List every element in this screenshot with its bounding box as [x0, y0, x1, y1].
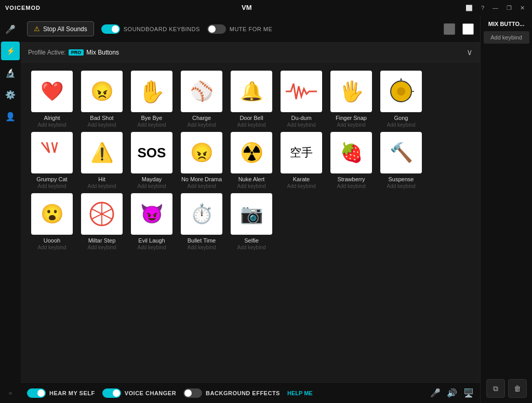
sound-card-finger-snap[interactable]: 🖐️ Finger Snap Add keybind — [328, 71, 374, 128]
sound-card-img-evil-laugh: 😈 — [131, 193, 172, 235]
sound-card-no-more-drama[interactable]: 😠 No More Drama Add keybind — [179, 132, 224, 189]
bg-effects-toggle[interactable] — [183, 388, 202, 398]
keybinds-toggle[interactable] — [101, 24, 120, 34]
sound-card-grumpy-cat[interactable]: Grumpy Cat Add keybind — [29, 132, 75, 189]
sound-card-miltar-step[interactable]: Miltar Step Add keybind — [79, 193, 125, 250]
mic-icon[interactable]: 🎤 — [430, 388, 441, 398]
sound-name-bad-shot: Bad Shot — [90, 115, 113, 121]
sound-card-img-strawberry: 🍓 — [330, 132, 372, 173]
sound-card-evil-laugh[interactable]: 😈 Evil Laugh Add keybind — [129, 193, 175, 250]
minimize-window-icon[interactable]: — — [490, 4, 500, 12]
hear-myself-label: HEAR MY SELF — [49, 390, 95, 396]
sound-card-du-dum[interactable]: Du-dum Add keybind — [278, 71, 324, 128]
sound-card-bad-shot[interactable]: 😠 Bad Shot Add keybind — [79, 71, 125, 128]
sound-name-door-bell: Door Bell — [240, 115, 263, 121]
sound-card-karate[interactable]: 空手 Karate Add keybind — [278, 132, 324, 189]
sound-keybind-bye-bye[interactable]: Add keybind — [137, 122, 166, 128]
sound-card-charge[interactable]: ⚾ Charge Add keybind — [179, 71, 224, 128]
sound-card-strawberry[interactable]: 🍓 Strawberry Add keybind — [328, 132, 374, 189]
sound-card-hit[interactable]: ⚠️ Hit Add keybind — [79, 132, 125, 189]
monitor-icon[interactable]: 🖥️ — [463, 388, 474, 398]
sound-keybind-evil-laugh[interactable]: Add keybind — [137, 245, 166, 250]
color-gray-button[interactable] — [444, 23, 455, 35]
sound-card-img-uoooh: 😮 — [31, 193, 73, 235]
sound-keybind-mayday[interactable]: Add keybind — [137, 183, 166, 189]
sound-keybind-du-dum[interactable]: Add keybind — [287, 122, 315, 128]
sidebar-item-settings[interactable]: ⚙️ — [1, 85, 20, 104]
sound-keybind-door-bell[interactable]: Add keybind — [237, 122, 265, 128]
sound-card-bye-bye[interactable]: ✋ Bye Bye Add keybind — [129, 71, 175, 128]
mute-toggle-group: MUTE FOR ME — [207, 24, 273, 34]
sound-card-door-bell[interactable]: 🔔 Door Bell Add keybind — [229, 71, 274, 128]
profile-name: Mix Buttons — [86, 49, 119, 56]
sidebar: 🎤 ⚡ 🔬 ⚙️ 👤 » — [0, 16, 21, 403]
sound-name-miltar-step: Miltar Step — [88, 237, 116, 244]
sound-keybind-grumpy-cat[interactable]: Add keybind — [37, 183, 66, 189]
help-button[interactable]: HELP ME — [287, 390, 313, 396]
sound-keybind-uoooh[interactable]: Add keybind — [37, 245, 66, 250]
sound-name-evil-laugh: Evil Laugh — [138, 237, 165, 244]
sound-keybind-suspense[interactable]: Add keybind — [387, 183, 415, 189]
sound-card-img-finger-snap: 🖐️ — [330, 71, 372, 112]
sound-keybind-finger-snap[interactable]: Add keybind — [337, 122, 365, 128]
copy-button[interactable]: ⧉ — [486, 379, 505, 398]
minimize-icon[interactable]: ⬜ — [463, 4, 475, 12]
help-icon[interactable]: ? — [479, 4, 486, 12]
sound-grid: ❤️ Alright Add keybind 😠 Bad Shot Add ke… — [29, 71, 472, 250]
sound-grid-container: ❤️ Alright Add keybind 😠 Bad Shot Add ke… — [21, 62, 480, 382]
bg-effects-label: BACKGROUND EFFECTS — [206, 390, 280, 396]
sound-name-gong: Gong — [394, 115, 408, 121]
sound-card-img-charge: ⚾ — [181, 71, 222, 112]
speaker-icon[interactable]: 🔊 — [447, 388, 457, 398]
sound-card-suspense[interactable]: 🔨 Suspense Add keybind — [378, 132, 424, 189]
sound-keybind-charge[interactable]: Add keybind — [187, 122, 216, 128]
right-panel-keybind-button[interactable]: Add keybind — [484, 31, 529, 44]
sidebar-item-effects[interactable]: 🔬 — [1, 63, 20, 82]
sound-name-strawberry: Strawberry — [337, 176, 365, 182]
sound-name-nuke-alert: Nuke Alert — [238, 176, 265, 182]
hear-myself-group: HEAR MY SELF — [27, 388, 95, 398]
svg-line-8 — [55, 142, 57, 153]
sound-name-uoooh: Uoooh — [44, 237, 60, 244]
color-white-button[interactable] — [462, 23, 474, 35]
sound-card-uoooh[interactable]: 😮 Uoooh Add keybind — [29, 193, 75, 250]
sound-card-gong[interactable]: Gong Add keybind — [378, 71, 424, 128]
sidebar-item-profile[interactable]: 👤 — [1, 107, 20, 126]
sound-card-bullet-time[interactable]: ⏱️ Bullet Time Add keybind — [179, 193, 224, 250]
sound-keybind-nuke-alert[interactable]: Add keybind — [237, 183, 265, 189]
sound-name-finger-snap: Finger Snap — [336, 115, 367, 121]
maximize-icon[interactable]: ❐ — [504, 4, 514, 12]
hear-myself-toggle[interactable] — [27, 388, 46, 398]
sidebar-item-mic[interactable]: 🎤 — [1, 20, 20, 38]
sound-card-selfie[interactable]: 📷 Selfie Add keybind — [229, 193, 274, 250]
sound-keybind-hit[interactable]: Add keybind — [87, 183, 116, 189]
right-panel-actions: ⧉ 🗑 — [486, 379, 527, 398]
sound-keybind-gong[interactable]: Add keybind — [387, 122, 415, 128]
sound-card-alright[interactable]: ❤️ Alright Add keybind — [29, 71, 75, 128]
sound-keybind-selfie[interactable]: Add keybind — [237, 245, 265, 250]
sidebar-item-soundboard[interactable]: ⚡ — [1, 42, 20, 60]
sound-keybind-karate[interactable]: Add keybind — [287, 183, 315, 189]
voice-changer-label: VOICE CHANGER — [125, 390, 176, 396]
sound-keybind-bad-shot[interactable]: Add keybind — [87, 122, 116, 128]
voice-changer-toggle[interactable] — [102, 388, 121, 398]
sound-keybind-strawberry[interactable]: Add keybind — [337, 183, 365, 189]
stop-all-sounds-button[interactable]: ⚠ Stop All Sounds — [27, 21, 94, 36]
sound-keybind-no-more-drama[interactable]: Add keybind — [187, 183, 216, 189]
sound-card-mayday[interactable]: SOS Mayday Add keybind — [129, 132, 175, 189]
sound-card-img-du-dum — [281, 71, 322, 112]
mute-toggle[interactable] — [207, 24, 226, 34]
sound-keybind-alright[interactable]: Add keybind — [37, 122, 66, 128]
sound-card-img-alright: ❤️ — [31, 71, 73, 112]
titlebar-center-logo: VM — [242, 3, 262, 13]
sound-keybind-bullet-time[interactable]: Add keybind — [187, 245, 216, 250]
sound-name-suspense: Suspense — [389, 176, 414, 182]
delete-button[interactable]: 🗑 — [508, 379, 527, 398]
sound-keybind-miltar-step[interactable]: Add keybind — [87, 245, 116, 250]
close-icon[interactable]: ✕ — [518, 4, 527, 12]
titlebar: VOICEMOD VM ⬜ ? — ❐ ✕ — [0, 0, 532, 16]
sound-card-nuke-alert[interactable]: ☢️ Nuke Alert Add keybind — [229, 132, 274, 189]
sidebar-expand[interactable]: » — [9, 389, 12, 397]
chevron-down-icon[interactable]: ∨ — [467, 47, 473, 57]
sound-card-img-gong — [380, 71, 422, 112]
